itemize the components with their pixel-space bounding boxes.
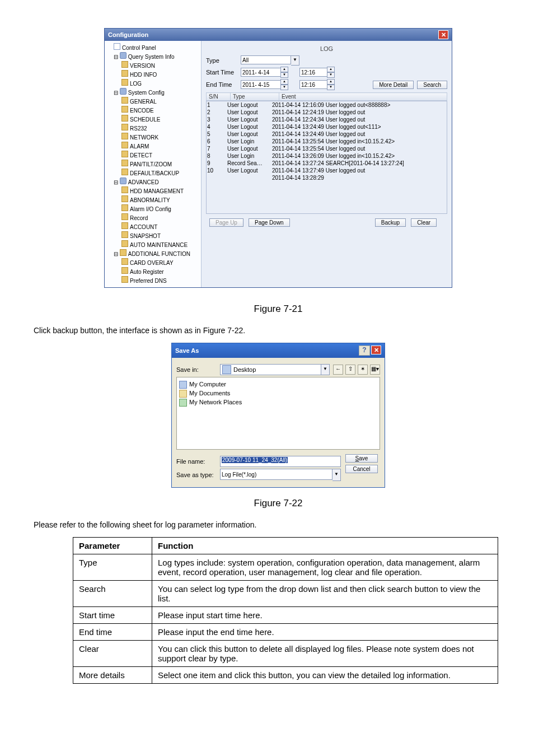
type-label: Type <box>206 57 241 64</box>
chevron-down-icon[interactable]: ▼ <box>321 364 330 375</box>
figure-caption: Figure 7-21 <box>34 304 523 315</box>
tree-item[interactable]: DEFAULT/BACKUP <box>121 169 200 178</box>
window-title: Configuration <box>108 31 148 38</box>
time-spinner-icon[interactable]: ▲▼ <box>327 67 335 78</box>
col-function: Function <box>152 538 498 554</box>
clear-button[interactable]: Clear <box>411 218 437 227</box>
table-row[interactable]: 4User Logout2011-04-14 13:24:49 User log… <box>207 123 447 130</box>
chevron-down-icon[interactable]: ▼ <box>332 469 341 481</box>
col-sn[interactable]: S/N <box>207 93 231 101</box>
tree-group-query[interactable]: ⊟ Query System Info VERSIONHDD INFOLOG <box>114 52 200 88</box>
save-button[interactable]: Save <box>345 454 378 463</box>
list-item: My Computer <box>179 380 377 389</box>
close-icon[interactable]: ✕ <box>371 346 381 354</box>
window-titlebar: Configuration ✕ <box>105 29 452 41</box>
start-time-label: Start Time <box>206 69 241 76</box>
tree-item[interactable]: CARD OVERLAY <box>121 258 200 267</box>
new-folder-icon[interactable]: ✶ <box>358 365 368 375</box>
more-detail-button[interactable]: More Detail <box>373 81 414 89</box>
tree-item[interactable]: Record <box>121 213 200 222</box>
page-up-button[interactable]: Page Up <box>209 218 243 227</box>
figure-caption: Figure 7-22 <box>34 498 523 509</box>
save-as-dialog: Save As ? ✕ Save in: Desktop ▼ ← ⇧ ✶ ▦▾ <box>171 343 385 488</box>
date-spinner-icon[interactable]: ▲▼ <box>280 67 288 78</box>
back-icon[interactable]: ← <box>333 365 343 375</box>
type-select[interactable] <box>241 55 291 64</box>
log-table-header: S/N Type Event <box>206 92 447 101</box>
col-type[interactable]: Type <box>231 93 279 101</box>
tree-item[interactable]: Alarm I/O Config <box>121 204 200 213</box>
end-time-input[interactable] <box>299 80 327 89</box>
tree-item[interactable]: RS232 <box>121 124 200 133</box>
up-one-level-icon[interactable]: ⇧ <box>345 365 355 375</box>
date-spinner-icon[interactable]: ▲▼ <box>280 79 288 90</box>
tree-item[interactable]: VERSION <box>121 61 200 70</box>
page-down-button[interactable]: Page Down <box>249 218 290 227</box>
tree-item[interactable]: ENCODE <box>121 106 200 115</box>
log-table-body[interactable]: 1User Logout2011-04-14 12:16:09 User log… <box>206 101 447 214</box>
tree-item[interactable]: PAN/TILT/ZOOM <box>121 160 200 169</box>
save-in-label: Save in: <box>176 366 220 373</box>
table-row[interactable]: 5User Logout2011-04-14 13:24:49 User log… <box>207 130 447 138</box>
tree-item[interactable]: SNAPSHOT <box>121 231 200 240</box>
file-name-input[interactable]: 2009-07-10 11_24_32(All) <box>220 456 341 467</box>
search-button[interactable]: Search <box>417 81 447 89</box>
save-as-type-select[interactable] <box>220 469 332 480</box>
table-row: TypeLog types include: system operation,… <box>73 554 498 581</box>
table-row[interactable]: 1User Logout2011-04-14 12:16:09 User log… <box>207 101 447 109</box>
end-date-input[interactable] <box>241 80 281 89</box>
section-heading: LOG <box>206 45 447 52</box>
network-places-icon <box>179 399 187 407</box>
tree-item[interactable]: HDD MANAGEMENT <box>121 186 200 195</box>
table-row[interactable]: 9Record Sea…2011-04-14 13:27:24 SEARCH[2… <box>207 160 447 167</box>
tree-root[interactable]: Control Panel <box>114 43 200 52</box>
configuration-window: Configuration ✕ Control Panel ⊟ Query Sy… <box>104 28 452 288</box>
table-row[interactable]: 8User Login2011-04-14 13:26:09 User logg… <box>207 152 447 160</box>
list-item: My Network Places <box>179 398 377 407</box>
end-time-label: End Time <box>206 81 241 88</box>
view-menu-icon[interactable]: ▦▾ <box>370 365 380 375</box>
table-row[interactable]: 6User Login2011-04-14 13:25:54 User logg… <box>207 138 447 145</box>
nav-tree: Control Panel ⊟ Query System Info VERSIO… <box>105 41 202 287</box>
table-row[interactable]: 10User Logout2011-04-14 13:27:49 User lo… <box>207 167 447 174</box>
start-time-input[interactable] <box>299 68 327 77</box>
tree-item[interactable]: LOG <box>121 79 200 88</box>
tree-item[interactable]: NETWORK <box>121 133 200 142</box>
table-row: Start timePlease input start time here. <box>73 607 498 624</box>
tree-item[interactable]: ACCOUNT <box>121 222 200 231</box>
table-row[interactable]: 2User Logout2011-04-14 12:24:19 User log… <box>207 109 447 116</box>
tree-item[interactable]: AUTO MAINTENANCE <box>121 240 200 249</box>
intro-text: Click backup button, the interface is sh… <box>34 326 523 335</box>
tree-item[interactable]: HDD INFO <box>121 70 200 79</box>
close-icon[interactable]: ✕ <box>438 30 448 39</box>
table-row[interactable]: 11Video Loss …2011-04-14 13:28:29 <box>207 174 447 214</box>
tree-group-additional[interactable]: ⊟ ADDTIONAL FUNCTION CARD OVERLAYAuto Re… <box>114 249 200 285</box>
tree-item[interactable]: Auto Register <box>121 267 200 276</box>
list-item: My Documents <box>179 389 377 398</box>
folder-list[interactable]: My Computer My Documents My Network Plac… <box>176 377 380 450</box>
tree-group-advanced[interactable]: ⊟ ADVANCED HDD MANAGEMENTABNORMALITYAlar… <box>114 178 200 249</box>
col-event[interactable]: Event <box>279 93 447 101</box>
time-spinner-icon[interactable]: ▲▼ <box>327 79 335 90</box>
table-row[interactable]: 7User Logout2011-04-14 13:25:54 User log… <box>207 145 447 152</box>
chevron-down-icon[interactable]: ▼ <box>291 55 299 66</box>
table-row: End timePlease input the end time here. <box>73 624 498 641</box>
saveas-title: Save As <box>175 347 199 354</box>
backup-button[interactable]: Backup <box>375 218 406 227</box>
tree-group-system[interactable]: ⊟ System Config GENERALENCODESCHEDULERS2… <box>114 88 200 178</box>
tree-item[interactable]: Preferred DNS <box>121 276 200 285</box>
tree-item[interactable]: ABNORMALITY <box>121 195 200 204</box>
tree-item[interactable]: DETECT <box>121 151 200 160</box>
cancel-button[interactable]: Cancel <box>345 465 378 473</box>
tree-item[interactable]: ALARM <box>121 142 200 151</box>
intro-text: Please refer to the following sheet for … <box>34 520 523 529</box>
log-pane: LOG Type ▼ Start Time ▲▼ ▲▼ End Time ▲▼ <box>202 41 452 287</box>
tree-item[interactable]: GENERAL <box>121 97 200 106</box>
documents-icon <box>179 390 187 398</box>
tree-item[interactable]: SCHEDULE <box>121 115 200 124</box>
table-row: SearchYou can select log type from the d… <box>73 581 498 607</box>
help-icon[interactable]: ? <box>359 346 370 356</box>
start-date-input[interactable] <box>241 68 281 77</box>
table-row[interactable]: 3User Logout2011-04-14 12:24:34 User log… <box>207 116 447 123</box>
save-as-type-label: Save as type: <box>176 472 220 478</box>
